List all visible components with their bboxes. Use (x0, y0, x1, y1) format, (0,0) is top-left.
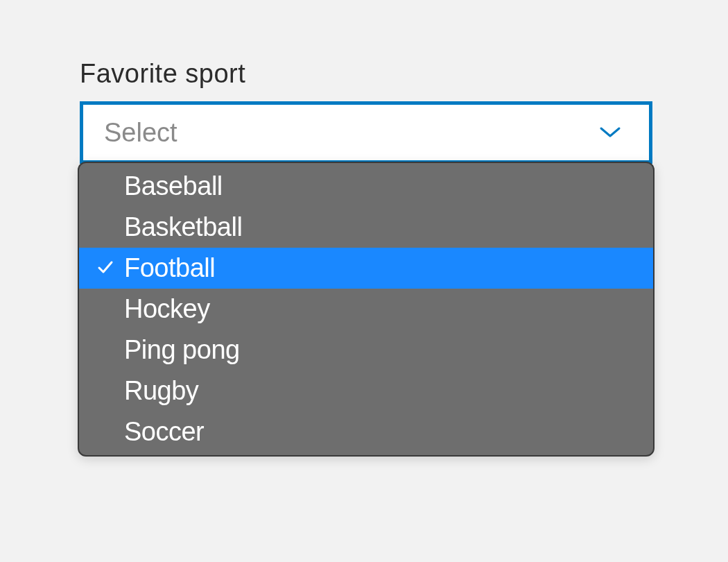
dropdown-option[interactable]: Basketball (79, 207, 653, 248)
dropdown-option[interactable]: Football (79, 248, 653, 289)
dropdown-panel: BaseballBasketballFootballHockeyPing pon… (78, 162, 655, 457)
chevron-down-icon (599, 126, 621, 139)
option-label: Football (124, 253, 215, 283)
field-label: Favorite sport (80, 59, 652, 89)
check-slot (96, 258, 124, 279)
dropdown-option[interactable]: Hockey (79, 289, 653, 330)
select-placeholder: Select (104, 118, 177, 148)
dropdown-option[interactable]: Rugby (79, 371, 653, 411)
dropdown-option[interactable]: Soccer (79, 411, 653, 452)
dropdown-option[interactable]: Ping pong (79, 330, 653, 371)
option-label: Basketball (124, 212, 242, 242)
option-label: Ping pong (124, 335, 240, 365)
option-label: Baseball (124, 171, 223, 201)
select-field-container: Favorite sport Select BaseballBasketball… (80, 59, 652, 164)
check-icon (96, 258, 114, 279)
select-trigger[interactable]: Select (80, 101, 652, 164)
dropdown-option[interactable]: Baseball (79, 166, 653, 207)
option-label: Soccer (124, 417, 204, 447)
option-label: Rugby (124, 376, 198, 406)
option-label: Hockey (124, 294, 210, 324)
